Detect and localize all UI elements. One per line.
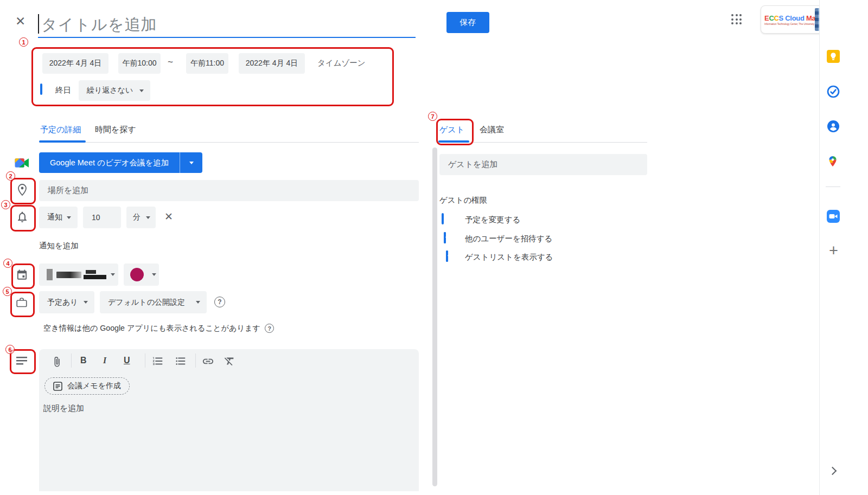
tab-find-time[interactable]: 時間を探す	[95, 125, 136, 135]
dropdown-caret-icon	[139, 89, 144, 92]
google-maps-icon[interactable]	[827, 155, 839, 170]
description-placeholder[interactable]: 説明を追加	[43, 403, 84, 414]
permission-invite-others-checkbox[interactable]	[444, 232, 446, 243]
google-meet-icon	[15, 157, 29, 171]
numbered-list-icon[interactable]	[152, 355, 164, 369]
annotation-number-5: 5	[3, 287, 12, 296]
add-google-meet-button[interactable]: Google Meet のビデオ会議を追加	[39, 152, 202, 173]
annotation-number-7: 7	[428, 112, 437, 121]
sidebar-divider	[826, 187, 840, 187]
briefcase-icon	[15, 296, 28, 311]
add-guests-input[interactable]: ゲストを追加	[439, 154, 647, 175]
logo-letter: S	[779, 14, 783, 22]
dropdown-caret-icon	[67, 216, 71, 219]
availability-note-text: 空き情報は他の Google アプリにも表示されることがあります	[43, 323, 260, 333]
redacted-calendar-name	[84, 275, 106, 279]
save-button[interactable]: 保存	[446, 12, 489, 33]
italic-button[interactable]: I	[103, 355, 106, 367]
dropdown-caret-icon	[84, 301, 88, 304]
google-side-panel	[819, 0, 868, 495]
calendar-icon	[16, 268, 28, 284]
dropdown-caret-icon	[189, 162, 194, 164]
google-tasks-icon[interactable]	[827, 85, 840, 100]
annotation-number-1: 1	[19, 37, 28, 47]
recurrence-dropdown[interactable]: 繰り返さない	[79, 80, 150, 101]
busy-status-dropdown[interactable]: 予定あり	[39, 291, 94, 313]
event-color-swatch	[130, 268, 144, 281]
attach-paperclip-icon[interactable]	[51, 355, 63, 371]
event-title-input[interactable]: タイトルを追加	[38, 10, 416, 38]
calendar-select-dropdown[interactable]	[39, 263, 118, 286]
bulleted-list-icon[interactable]	[175, 355, 187, 369]
bold-button[interactable]: B	[80, 355, 87, 367]
active-tab-underline	[438, 140, 469, 143]
text-cursor	[38, 14, 39, 34]
insert-link-icon[interactable]	[202, 355, 214, 370]
clear-formatting-icon[interactable]	[224, 355, 235, 369]
timezone-link[interactable]: タイムゾーン	[317, 58, 366, 68]
meeting-notes-label: 会議メモを作成	[67, 381, 121, 391]
permission-see-guest-list-checkbox[interactable]	[446, 250, 448, 262]
redacted-calendar-name	[86, 270, 96, 274]
event-color-dropdown[interactable]	[124, 263, 159, 286]
dropdown-caret-icon	[196, 301, 200, 304]
all-day-checkbox[interactable]	[40, 83, 42, 95]
add-notification-link[interactable]: 通知を追加	[39, 241, 79, 251]
remove-notification-icon[interactable]: ✕	[164, 211, 173, 222]
title-placeholder: タイトルを追加	[41, 14, 157, 36]
redacted-calendar-name	[56, 272, 81, 278]
description-area[interactable]	[39, 349, 419, 491]
close-icon[interactable]: ✕	[15, 15, 25, 28]
start-date-button[interactable]: 2022年 4月 4日	[42, 53, 108, 74]
location-pin-icon	[16, 183, 29, 199]
active-tab-underline	[39, 140, 86, 143]
logo-letter: C	[774, 14, 778, 22]
document-icon	[53, 382, 62, 391]
add-google-meet-label: Google Meet のビデオ会議を追加	[39, 152, 180, 173]
google-contacts-icon[interactable]	[827, 120, 840, 135]
recurrence-value: 繰り返さない	[87, 86, 133, 95]
google-apps-grid-icon[interactable]	[731, 14, 742, 25]
end-date-button[interactable]: 2022年 4月 4日	[239, 53, 305, 74]
notification-unit-dropdown[interactable]: 分	[126, 207, 156, 228]
permission-invite-others-label: 他のユーザーを招待する	[465, 234, 553, 244]
all-day-label: 終日	[55, 85, 71, 95]
notification-amount-input[interactable]: 10	[83, 207, 121, 228]
tabs-divider	[438, 142, 647, 143]
location-input[interactable]: 場所を追加	[39, 180, 419, 201]
vertical-scrollbar[interactable]	[432, 147, 437, 486]
privacy-value: デフォルトの公開設定	[108, 298, 185, 307]
permission-modify-event-label: 予定を変更する	[465, 215, 521, 225]
notification-bell-icon	[16, 210, 29, 226]
zoom-app-icon[interactable]	[827, 210, 840, 225]
start-time-button[interactable]: 午前10:00	[118, 53, 161, 74]
logo-subtitle: Information Technology Center, The Unive…	[764, 23, 815, 25]
tab-guests[interactable]: ゲスト	[439, 125, 464, 135]
dropdown-caret-icon	[146, 216, 150, 219]
underline-button[interactable]: U	[124, 355, 130, 367]
permission-modify-event-checkbox[interactable]	[442, 213, 444, 224]
meet-options-dropdown[interactable]	[180, 152, 202, 173]
toolbar-separator	[71, 353, 72, 368]
notification-type-value: 通知	[47, 213, 62, 222]
google-calendar-event-editor: ✕ タイトルを追加 保存 ECCS Cloud Mail Information…	[0, 0, 868, 495]
end-time-button[interactable]: 午前11:00	[186, 53, 228, 74]
notification-type-dropdown[interactable]: 通知	[39, 207, 78, 228]
tab-rooms[interactable]: 会議室	[480, 125, 504, 135]
logo-word-cloud: Cloud	[785, 14, 804, 22]
permission-see-guest-list-label: ゲストリストを表示する	[465, 252, 553, 262]
tabs-divider	[39, 142, 419, 143]
get-add-ons-plus-icon[interactable]: +	[829, 243, 838, 259]
availability-note: 空き情報は他の Google アプリにも表示されることがあります ?	[43, 323, 274, 333]
time-range-separator: ~	[168, 57, 173, 68]
dropdown-caret-icon	[111, 273, 115, 276]
google-keep-icon[interactable]	[827, 50, 840, 65]
notification-unit-value: 分	[133, 213, 141, 222]
create-meeting-notes-button[interactable]: 会議メモを作成	[44, 377, 130, 395]
privacy-help-icon[interactable]: ?	[214, 297, 225, 307]
privacy-dropdown[interactable]: デフォルトの公開設定	[100, 291, 207, 313]
availability-help-icon[interactable]: ?	[265, 324, 274, 333]
annotation-number-2: 2	[6, 171, 15, 181]
tab-event-details[interactable]: 予定の詳細	[40, 125, 81, 135]
dropdown-caret-icon	[152, 273, 156, 276]
